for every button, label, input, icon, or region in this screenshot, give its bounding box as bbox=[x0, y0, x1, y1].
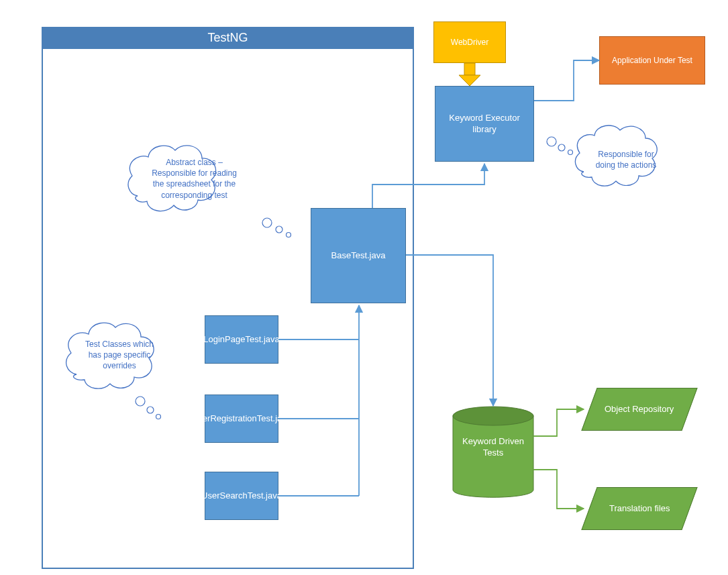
translation-label: Translation files bbox=[609, 503, 670, 514]
arrow-webdriver-down bbox=[459, 63, 480, 86]
svg-rect-10 bbox=[464, 63, 475, 75]
app-under-test-box: Application Under Test bbox=[599, 36, 705, 85]
thought-dots-actions bbox=[547, 137, 573, 155]
keyword-executor-label: Keyword Executor library bbox=[438, 113, 531, 135]
keyword-executor-box: Keyword Executor library bbox=[435, 86, 534, 162]
test-box-registration-label: UserRegistrationTest.java bbox=[192, 413, 291, 424]
connector-kdt-translation bbox=[533, 470, 584, 509]
webdriver-label: WebDriver bbox=[451, 38, 488, 48]
svg-point-7 bbox=[547, 137, 556, 146]
test-box-registration: UserRegistrationTest.java bbox=[205, 395, 278, 443]
test-box-search-label: UserSearchTest.java bbox=[201, 490, 282, 501]
connector-basetest-kdt bbox=[406, 255, 493, 406]
test-box-search: UserSearchTest.java bbox=[205, 472, 278, 520]
svg-point-9 bbox=[568, 150, 573, 155]
webdriver-box: WebDriver bbox=[433, 21, 506, 63]
cloud-actions-text: Responsible for doing the actions bbox=[589, 149, 663, 170]
test-box-login: LoginPageTest.java bbox=[205, 315, 278, 364]
object-repo-box: Object Repository bbox=[581, 388, 697, 431]
testng-title: TestNG bbox=[43, 28, 413, 49]
cloud-abstract-text: Abstract class – Responsible for reading… bbox=[146, 157, 243, 201]
connector-kdt-objrepo bbox=[533, 409, 584, 436]
object-repo-label: Object Repository bbox=[605, 404, 674, 415]
connector-executor-aut bbox=[534, 60, 599, 101]
cloud-testclasses-text: Test Classes which has page specific ove… bbox=[79, 339, 160, 372]
test-box-login-label: LoginPageTest.java bbox=[203, 334, 279, 345]
app-under-test-label: Application Under Test bbox=[612, 56, 692, 66]
keyword-driven-label: Keyword Driven Tests bbox=[453, 436, 533, 459]
svg-point-8 bbox=[558, 144, 565, 151]
svg-point-0 bbox=[453, 407, 533, 425]
basetest-box: BaseTest.java bbox=[311, 208, 406, 303]
translation-box: Translation files bbox=[581, 487, 697, 530]
basetest-label: BaseTest.java bbox=[331, 250, 386, 261]
